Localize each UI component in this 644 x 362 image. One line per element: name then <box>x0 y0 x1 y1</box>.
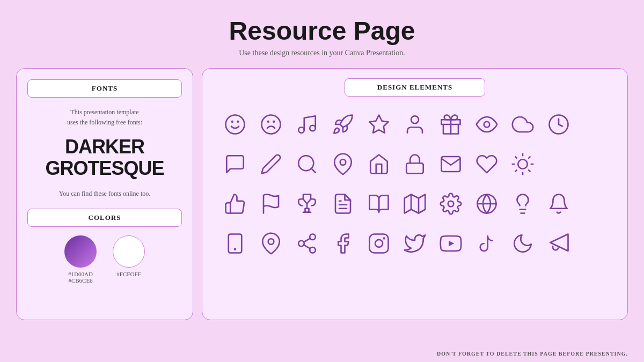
svg-point-18 <box>518 159 528 169</box>
svg-line-25 <box>516 170 517 171</box>
svg-line-26 <box>529 157 530 158</box>
icon-megaphone <box>543 225 575 262</box>
icon-mail <box>435 146 467 182</box>
svg-point-41 <box>268 239 274 245</box>
icon-bell <box>543 186 575 222</box>
icon-empty3 <box>579 146 611 182</box>
icon-globe <box>471 186 503 222</box>
page-header: Resource Page Use these design resources… <box>0 0 644 63</box>
icon-cloud <box>507 106 539 143</box>
icon-settings <box>435 186 467 222</box>
svg-line-22 <box>529 170 530 171</box>
icon-chat <box>218 146 251 182</box>
svg-line-45 <box>304 245 310 249</box>
page-subtitle: Use these design resources in your Canva… <box>0 49 644 57</box>
icon-thumbsup <box>218 186 251 222</box>
svg-rect-47 <box>369 234 388 253</box>
icon-person <box>398 106 431 143</box>
icon-instagram <box>362 225 395 262</box>
svg-point-16 <box>340 159 346 165</box>
icon-clock <box>543 106 575 143</box>
swatch-purple-label: #1D00AD#CB6CE6 <box>68 271 93 284</box>
right-panel: DESIGN ELEMENTS <box>202 68 628 320</box>
colors-section: COLORS #1D00AD#CB6CE6 #FCFOFF <box>27 209 182 284</box>
icon-share <box>290 225 323 262</box>
svg-point-0 <box>225 115 244 134</box>
svg-point-42 <box>310 234 316 240</box>
page-title: Resource Page <box>0 16 644 46</box>
icon-phone <box>218 225 251 262</box>
svg-marker-31 <box>405 195 426 213</box>
icon-star <box>362 106 395 143</box>
svg-point-44 <box>310 247 316 253</box>
svg-line-46 <box>304 238 310 242</box>
icon-pin <box>326 146 359 182</box>
svg-point-6 <box>298 127 304 133</box>
colors-swatches: #1D00AD#CB6CE6 #FCFOFF <box>27 235 182 284</box>
icon-empty5 <box>579 225 611 262</box>
icon-music <box>290 106 323 143</box>
icon-sun <box>507 146 539 182</box>
fonts-description: This presentation template uses the foll… <box>67 107 142 128</box>
icon-location <box>254 225 287 262</box>
svg-marker-49 <box>449 241 454 247</box>
icon-empty4 <box>579 186 611 222</box>
icon-pencil <box>254 146 287 182</box>
icon-moon <box>507 225 539 262</box>
icon-map <box>398 186 431 222</box>
icon-gift <box>435 106 467 143</box>
swatch-white-wrap: #FCFOFF <box>113 235 145 284</box>
icon-empty <box>579 106 611 143</box>
main-content: FONTS This presentation template uses th… <box>0 68 644 320</box>
svg-point-7 <box>310 125 316 131</box>
svg-point-43 <box>298 241 304 247</box>
swatch-purple-wrap: #1D00AD#CB6CE6 <box>64 235 97 284</box>
svg-point-12 <box>484 122 490 128</box>
icon-youtube <box>435 225 467 262</box>
icon-empty2 <box>543 146 575 182</box>
design-elements-label: DESIGN ELEMENTS <box>345 78 485 97</box>
icon-sad-face <box>254 106 287 143</box>
svg-line-15 <box>311 168 316 173</box>
icon-trophy <box>290 186 323 222</box>
swatch-purple <box>64 235 97 268</box>
left-panel: FONTS This presentation template uses th… <box>16 68 193 320</box>
icon-tiktok <box>471 225 503 262</box>
swatch-white-label: #FCFOFF <box>116 271 141 277</box>
icon-facebook <box>326 225 359 262</box>
icon-heart <box>471 146 503 182</box>
svg-point-3 <box>261 115 280 134</box>
svg-point-34 <box>448 201 454 207</box>
svg-rect-17 <box>406 163 423 173</box>
svg-marker-8 <box>369 115 388 133</box>
icon-document <box>326 186 359 222</box>
footer-note: DON'T FORGET TO DELETE THIS PAGE BEFORE … <box>437 351 628 357</box>
icon-search <box>290 146 323 182</box>
icon-bulb <box>507 186 539 222</box>
colors-label: COLORS <box>27 209 182 227</box>
swatch-white <box>113 235 145 268</box>
svg-point-9 <box>411 116 419 123</box>
icon-flag <box>254 186 287 222</box>
fonts-label: FONTS <box>27 79 182 98</box>
icon-twitter <box>398 225 431 262</box>
fonts-online-text: You can find these fonts online too. <box>59 190 150 198</box>
svg-line-21 <box>516 157 517 158</box>
icon-smiley <box>218 106 251 143</box>
icon-eye <box>471 106 503 143</box>
icons-grid <box>218 106 611 262</box>
icon-lock <box>398 146 431 182</box>
icon-book <box>362 186 395 222</box>
icon-rocket <box>326 106 359 143</box>
font-name-display: DARKER GROTESQUE <box>45 136 164 179</box>
icon-home <box>362 146 395 182</box>
